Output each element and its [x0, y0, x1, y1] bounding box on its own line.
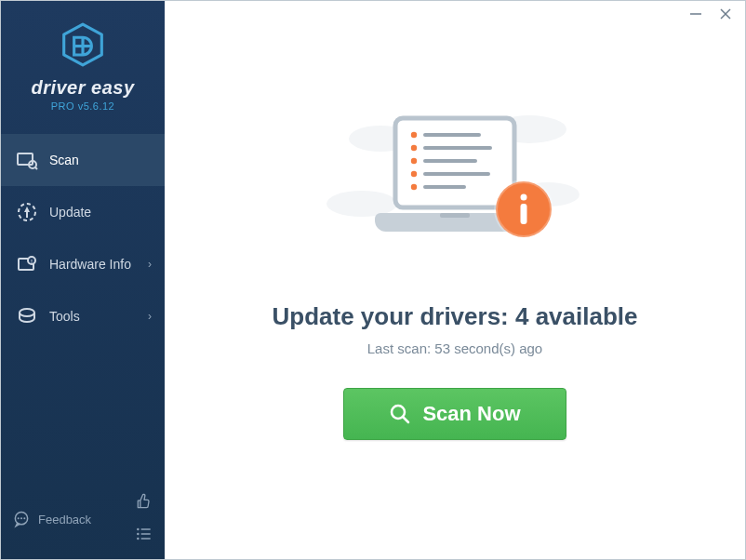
svg-point-16	[23, 517, 25, 519]
feedback-icon[interactable]	[12, 510, 31, 528]
brand-logo-icon	[60, 21, 106, 68]
sidebar-nav: Scan Update ! Hardware Info › Tools	[1, 134, 165, 342]
brand-version: PRO v5.6.12	[1, 100, 165, 112]
main-content: Update your drivers: 4 available Last sc…	[165, 1, 745, 559]
minimize-button[interactable]	[689, 7, 702, 23]
sidebar: driver easy PRO v5.6.12 Scan Update !	[1, 1, 165, 559]
sidebar-footer: Feedback	[1, 483, 165, 559]
sidebar-item-tools[interactable]: Tools ›	[1, 290, 165, 342]
svg-point-41	[521, 194, 527, 201]
feedback-label[interactable]: Feedback	[38, 513, 91, 527]
svg-marker-9	[24, 207, 30, 218]
svg-point-21	[137, 538, 140, 540]
thumbs-up-icon[interactable]	[135, 492, 153, 513]
update-icon	[16, 201, 38, 223]
brand-block: driver easy PRO v5.6.12	[1, 1, 165, 125]
svg-point-17	[137, 528, 140, 531]
hardware-info-icon: !	[16, 253, 38, 275]
brand-name: driver easy	[1, 77, 165, 99]
last-scan-text: Last scan: 53 second(s) ago	[367, 340, 542, 356]
search-icon	[389, 403, 411, 425]
sidebar-item-scan[interactable]: Scan	[1, 134, 165, 186]
scan-button-label: Scan Now	[422, 402, 520, 426]
sidebar-item-label: Update	[49, 205, 91, 220]
svg-point-37	[411, 171, 417, 177]
app-window: driver easy PRO v5.6.12 Scan Update !	[0, 0, 746, 560]
sidebar-item-hardware-info[interactable]: ! Hardware Info ›	[1, 238, 165, 290]
svg-rect-42	[521, 204, 527, 224]
svg-point-38	[411, 184, 417, 190]
laptop-illustration	[315, 101, 594, 282]
sidebar-item-label: Scan	[49, 153, 79, 167]
scan-icon	[16, 149, 38, 171]
svg-point-36	[411, 158, 417, 164]
chevron-right-icon: ›	[148, 310, 152, 323]
scan-now-button[interactable]: Scan Now	[343, 388, 566, 440]
sidebar-item-update[interactable]: Update	[1, 186, 165, 238]
tools-icon	[16, 305, 38, 327]
headline-text: Update your drivers: 4 available	[272, 302, 637, 331]
window-controls	[676, 1, 745, 29]
svg-rect-28	[440, 213, 470, 218]
svg-point-35	[411, 145, 417, 151]
svg-point-25	[326, 191, 397, 217]
svg-point-34	[411, 132, 417, 138]
sidebar-item-label: Hardware Info	[49, 257, 131, 272]
chevron-right-icon: ›	[148, 258, 152, 271]
menu-list-icon[interactable]	[135, 525, 153, 546]
svg-line-44	[403, 417, 408, 422]
close-button[interactable]	[719, 7, 732, 23]
svg-text:!: !	[31, 259, 33, 264]
svg-point-19	[137, 533, 140, 536]
sidebar-item-label: Tools	[49, 309, 80, 324]
svg-point-14	[18, 517, 20, 519]
svg-point-15	[20, 517, 22, 519]
svg-line-7	[35, 167, 37, 169]
